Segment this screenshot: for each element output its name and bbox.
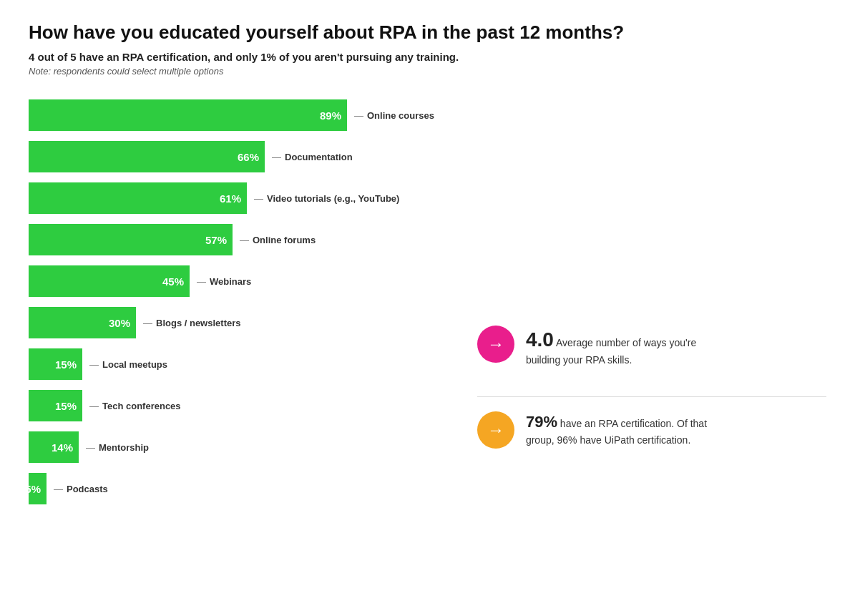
stat-text-1: 4.0 Average number of ways you're buildi… (526, 326, 726, 368)
bar-name: Online courses (354, 110, 434, 121)
bar-label: 15% (55, 400, 82, 412)
page-title: How have you educated yourself about RPA… (29, 21, 826, 44)
stat-text-2: 79% have an RPA certification. Of that g… (526, 411, 726, 447)
arrow-icon-2: → (487, 420, 504, 440)
bar-name: Tech conferences (89, 401, 181, 411)
subtitle: 4 out of 5 have an RPA certification, an… (29, 51, 826, 63)
bar: 30% (29, 307, 136, 338)
bar-container: 57% Online forums (29, 224, 316, 255)
bar: 5% (29, 473, 47, 504)
bar-label: 89% (320, 109, 347, 122)
bar: 57% (29, 224, 233, 255)
bar-label: 14% (52, 441, 79, 454)
bar-label: 15% (55, 358, 82, 371)
bar-name: Local meetups (89, 359, 167, 370)
stat-number-1: 4.0 (526, 328, 554, 351)
bar-container: 5% Podcasts (29, 473, 108, 504)
bar-label: 5% (25, 483, 47, 495)
stat-number-2: 79% (526, 413, 557, 431)
bar-container: 15% Local meetups (29, 348, 167, 380)
bar: 15% (29, 348, 82, 380)
bar-row: 45% Webinars (29, 263, 434, 300)
bar-row: 89% Online courses (29, 97, 434, 134)
bar-label: 66% (238, 151, 265, 163)
bar-name: Documentation (272, 152, 353, 162)
bar-name: Online forums (240, 235, 316, 245)
bar: 66% (29, 141, 265, 172)
bar-label: 57% (205, 234, 233, 246)
bar-name: Mentorship (86, 442, 149, 453)
arrow-icon-1: → (487, 334, 504, 354)
bar-row: 15% Local meetups (29, 346, 434, 383)
bar-container: 66% Documentation (29, 141, 353, 172)
circle-pink-icon: → (477, 326, 514, 363)
bar: 45% (29, 265, 190, 297)
bar-row: 5% Podcasts (29, 470, 434, 507)
stat-block-1: → 4.0 Average number of ways you're buil… (477, 326, 826, 382)
bar-container: 14% Mentorship (29, 431, 149, 463)
bar-name: Blogs / newsletters (143, 318, 240, 328)
bar: 61% (29, 182, 247, 214)
chart-area: 89% Online courses 66% Documentation 61%… (29, 97, 826, 512)
bar-container: 30% Blogs / newsletters (29, 307, 240, 338)
bar-name: Video tutorials (e.g., YouTube) (254, 193, 399, 204)
bar-container: 15% Tech conferences (29, 390, 181, 421)
stat-block-2: → 79% have an RPA certification. Of that… (477, 396, 826, 463)
bar-container: 45% Webinars (29, 265, 251, 297)
circle-orange-icon: → (477, 411, 514, 449)
note: Note: respondents could select multiple … (29, 66, 826, 77)
bar: 15% (29, 390, 82, 421)
bar: 89% (29, 99, 347, 131)
bar-label: 45% (162, 275, 190, 288)
bar-container: 89% Online courses (29, 99, 434, 131)
bar-row: 15% Tech conferences (29, 387, 434, 424)
bar-label: 30% (109, 317, 136, 329)
bar-container: 61% Video tutorials (e.g., YouTube) (29, 182, 399, 214)
bars-section: 89% Online courses 66% Documentation 61%… (29, 97, 434, 512)
bar-name: Podcasts (54, 484, 108, 494)
bar-row: 14% Mentorship (29, 429, 434, 466)
bar-row: 57% Online forums (29, 221, 434, 258)
bar-name: Webinars (197, 276, 251, 287)
bar-row: 66% Documentation (29, 138, 434, 175)
bar: 14% (29, 431, 79, 463)
right-section: → 4.0 Average number of ways you're buil… (434, 97, 826, 463)
bar-row: 30% Blogs / newsletters (29, 304, 434, 341)
bar-row: 61% Video tutorials (e.g., YouTube) (29, 180, 434, 217)
bar-label: 61% (220, 192, 247, 205)
